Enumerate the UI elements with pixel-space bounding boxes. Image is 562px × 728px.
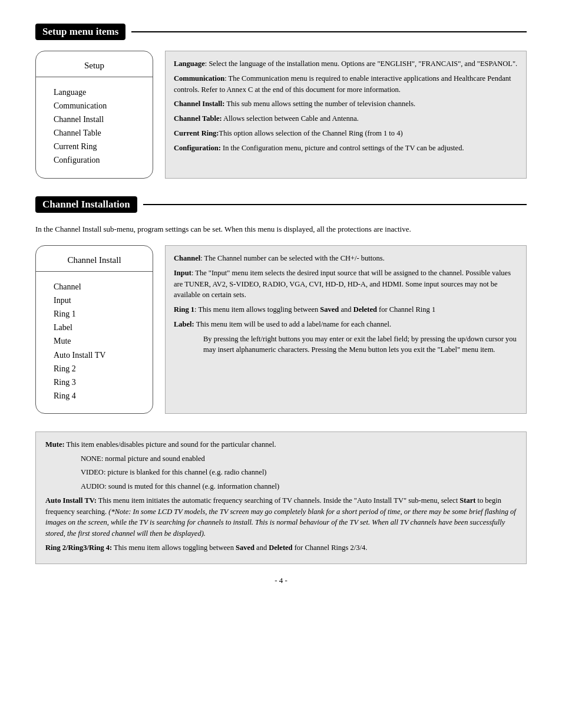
channel-install-header-bar — [143, 204, 527, 205]
setup-desc-communication: Communication: The Communication menu is… — [174, 73, 518, 95]
ci-menu-channel: Channel — [54, 280, 141, 294]
menu-item-channel-install: Channel Install — [54, 113, 141, 126]
setup-desc-channel-table: Channel Table: Allows selection between … — [174, 113, 518, 124]
setup-menu-title: Setup — [36, 57, 153, 77]
setup-header-bar — [131, 31, 527, 32]
ci-menu-mute: Mute — [54, 334, 141, 348]
bottom-mute-audio: AUDIO: sound is muted for this channel (… — [45, 481, 517, 492]
bottom-auto-install: Auto Install TV: This menu item initiate… — [45, 495, 517, 539]
menu-item-channel-table: Channel Table — [54, 126, 141, 140]
ci-menu-input: Input — [54, 294, 141, 307]
channel-install-intro: In the Channel Install sub-menu, program… — [35, 223, 527, 235]
channel-install-title: Channel Installation — [35, 196, 137, 213]
setup-section-header: Setup menu items — [35, 24, 527, 40]
setup-desc-language: Language: Select the language of the ins… — [174, 58, 518, 70]
setup-desc-box: Language: Select the language of the ins… — [165, 51, 527, 179]
menu-item-communication: Communication — [54, 99, 141, 113]
menu-item-configuration: Configuration — [54, 153, 141, 167]
channel-install-desc-box: Channel: The Channel number can be selec… — [165, 245, 527, 414]
ci-desc-ring1: Ring 1: This menu item allows toggling b… — [174, 304, 518, 315]
channel-install-menu-items: Channel Input Ring 1 Label Mute Auto Ins… — [36, 278, 153, 407]
setup-desc-current-ring: Current Ring:This option allows selectio… — [174, 128, 518, 139]
bottom-mute-video: VIDEO: picture is blanked for this chann… — [45, 467, 517, 478]
setup-desc-channel-install: Channel Install: This sub menu allows se… — [174, 98, 518, 110]
ci-menu-ring1: Ring 1 — [54, 307, 141, 321]
menu-item-language: Language — [54, 85, 141, 99]
setup-menu-box: Setup Language Communication Channel Ins… — [35, 51, 153, 179]
bottom-mute-none: NONE: normal picture and sound enabled — [45, 453, 517, 465]
ci-menu-ring2: Ring 2 — [54, 362, 141, 375]
ci-menu-auto-install: Auto Install TV — [54, 348, 141, 362]
channel-install-section: Channel Installation In the Channel Inst… — [35, 196, 527, 564]
ci-desc-label: Label: This menu item will be used to ad… — [174, 319, 518, 330]
setup-desc-configuration: Configuration: In the Configuration menu… — [174, 143, 518, 154]
ci-menu-label: Label — [54, 321, 141, 334]
ci-desc-input: Input: The "Input" menu item selects the… — [174, 268, 518, 301]
setup-section-title: Setup menu items — [35, 24, 125, 40]
channel-install-menu-box: Channel Install Channel Input Ring 1 Lab… — [35, 245, 153, 414]
channel-install-two-col: Channel Install Channel Input Ring 1 Lab… — [35, 245, 527, 414]
bottom-mute-line: Mute: This item enables/disables picture… — [45, 439, 517, 450]
bottom-ring234: Ring 2/Ring3/Ring 4: This menu item allo… — [45, 542, 517, 554]
ci-menu-ring3: Ring 3 — [54, 375, 141, 389]
setup-two-col: Setup Language Communication Channel Ins… — [35, 51, 527, 179]
channel-install-header: Channel Installation — [35, 196, 527, 213]
ci-menu-ring4: Ring 4 — [54, 389, 141, 403]
channel-install-menu-title: Channel Install — [36, 252, 153, 272]
ci-desc-channel: Channel: The Channel number can be selec… — [174, 253, 518, 264]
menu-item-current-ring: Current Ring — [54, 140, 141, 153]
setup-menu-items: Language Communication Channel Install C… — [36, 83, 153, 172]
ci-desc-label-detail: By pressing the left/right buttons you m… — [174, 334, 518, 356]
page-number: - 4 - — [35, 576, 527, 585]
bottom-info-box: Mute: This item enables/disables picture… — [35, 431, 527, 564]
